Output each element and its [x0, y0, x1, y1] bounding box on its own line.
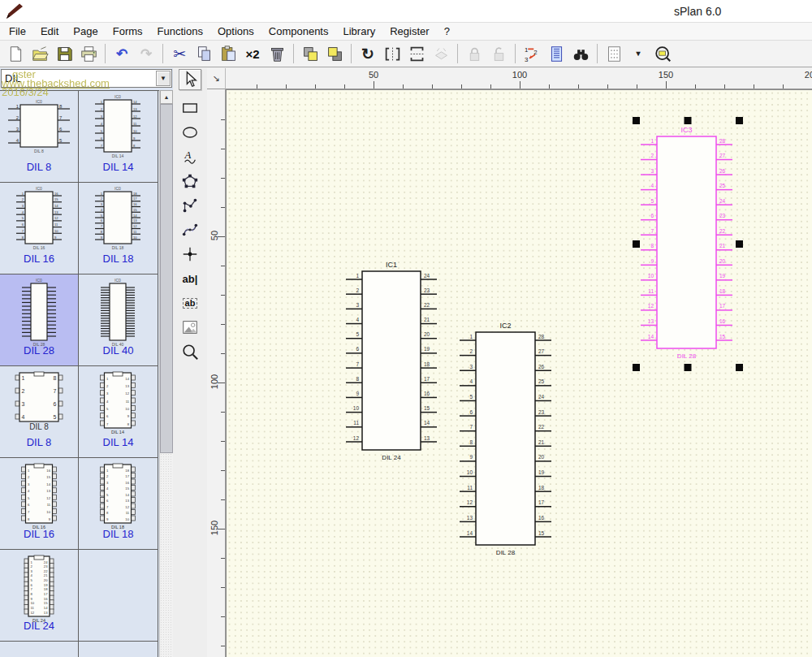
svg-text:15: 15 — [538, 530, 545, 536]
print-button[interactable] — [77, 43, 100, 65]
undo-button[interactable]: ↶ — [110, 43, 133, 65]
auto-numbering-button[interactable]: 123 — [520, 43, 543, 65]
component-library-sidebar: DIL ▼ 18273645IC0DIL 8DIL 81142133124115… — [0, 68, 173, 657]
tool-node-button[interactable] — [179, 244, 201, 265]
svg-text:DIL 28: DIL 28 — [496, 549, 516, 556]
mirror-horizontal-button[interactable] — [381, 43, 404, 65]
svg-text:4: 4 — [22, 210, 24, 214]
menu-item-file[interactable]: File — [2, 24, 33, 39]
svg-text:10: 10 — [125, 407, 129, 411]
library-item-dil-14-symbol[interactable]: 1142133124115106978IC0DIL 14DIL 14 — [79, 91, 158, 183]
tool-image-button[interactable] — [179, 317, 201, 338]
svg-text:21: 21 — [424, 317, 430, 322]
library-cell-empty[interactable] — [79, 550, 158, 642]
schematic-component-ic3[interactable]: 1282273264255246237228219201019111812171… — [633, 117, 743, 371]
duplicate-button[interactable]: ×2 — [241, 43, 264, 65]
menu-item-functions[interactable]: Functions — [150, 24, 210, 39]
component-list-button[interactable] — [545, 43, 568, 65]
menu-item-register[interactable]: Register — [382, 24, 436, 39]
library-item-dil-24-package[interactable]: 124223322421520619718817916101511141213D… — [0, 550, 79, 642]
menu-item-help[interactable]: ? — [437, 24, 457, 39]
horizontal-ruler: 50100150200 — [226, 68, 812, 89]
open-file-button[interactable] — [28, 43, 51, 65]
selection-handle[interactable] — [736, 240, 743, 248]
bring-to-front-button[interactable] — [299, 43, 322, 65]
search-button[interactable] — [569, 43, 592, 65]
svg-text:16: 16 — [46, 469, 50, 473]
library-item-dil-8-package[interactable]: 18273645DIL 8DIL 8 — [0, 366, 79, 458]
library-item-dil-28-symbol[interactable]: IC0DIL 28DIL 28 — [0, 274, 79, 366]
new-file-button[interactable] — [4, 43, 27, 65]
menu-item-components[interactable]: Components — [261, 24, 336, 39]
ruler-tick — [637, 84, 637, 89]
tool-rectangle-button[interactable] — [179, 97, 201, 119]
menu-item-options[interactable]: Options — [210, 24, 261, 39]
ruler-tick — [221, 558, 225, 559]
selection-handle[interactable] — [633, 240, 640, 248]
canvas-svg[interactable]: 124223322421520619718817916101511141213I… — [227, 90, 812, 657]
rotate-button[interactable]: ↻ — [356, 43, 379, 65]
svg-text:1: 1 — [524, 45, 527, 53]
combobox-dropdown-icon[interactable]: ▼ — [156, 71, 171, 86]
send-to-back-button[interactable] — [323, 43, 346, 65]
library-item-dil-18-symbol[interactable]: 118217316415514613712811910IC0DIL 18DIL … — [79, 183, 158, 274]
tool-pointer-button[interactable] — [179, 69, 201, 90]
ruler-tick — [783, 84, 784, 89]
svg-text:10: 10 — [46, 510, 50, 514]
menu-item-page[interactable]: Page — [66, 24, 105, 39]
cut-button[interactable]: ✂ — [168, 43, 191, 65]
svg-text:12: 12 — [133, 224, 137, 228]
library-item-dil-18-package[interactable]: 118217316415514613712811910DIL 18DIL 18 — [79, 458, 158, 550]
svg-text:28: 28 — [719, 138, 726, 144]
paste-button[interactable] — [217, 43, 240, 65]
library-cell-empty[interactable] — [0, 642, 79, 657]
schematic-component-ic2[interactable]: 1282273264255246237228219201019111812171… — [460, 322, 551, 556]
tool-polygon-button[interactable] — [179, 171, 201, 192]
zoom-page-button[interactable] — [651, 43, 674, 65]
scrollbar-up-icon[interactable]: ▲ — [160, 90, 173, 104]
library-item-dil-40-symbol[interactable]: IC0DIL 40DIL 40 — [79, 274, 158, 366]
tool-polyline-button[interactable] — [179, 195, 201, 216]
tool-text-button[interactable]: ab| — [179, 268, 201, 289]
library-item-dil-16-package[interactable]: 11621531441351261171089DIL 16DIL 16 — [0, 458, 79, 550]
selection-handle[interactable] — [736, 364, 743, 371]
tool-ellipse-button[interactable] — [179, 122, 201, 143]
library-cell-empty[interactable] — [79, 642, 158, 657]
svg-text:13: 13 — [54, 210, 58, 214]
library-scrollbar[interactable]: ▲ — [159, 90, 173, 657]
tool-zoom-button[interactable] — [179, 341, 201, 362]
grid-settings-button[interactable] — [603, 43, 625, 65]
selection-handle[interactable] — [633, 364, 640, 371]
selection-handle[interactable] — [685, 117, 692, 124]
library-item-dil-8-symbol[interactable]: 18273645IC0DIL 8DIL 8 — [0, 91, 79, 183]
svg-text:26: 26 — [719, 168, 726, 174]
menu-item-forms[interactable]: Forms — [106, 24, 150, 39]
delete-button[interactable] — [266, 43, 288, 65]
svg-text:21: 21 — [538, 439, 545, 445]
save-button[interactable] — [53, 43, 76, 65]
selection-handle[interactable] — [633, 117, 640, 124]
svg-text:15: 15 — [44, 601, 48, 605]
scrollbar-thumb[interactable] — [160, 104, 173, 453]
schematic-component-ic1[interactable]: 124223322421520619718817916101511141213I… — [346, 261, 437, 461]
tool-special-form-button[interactable]: A — [179, 146, 201, 167]
menu-item-edit[interactable]: Edit — [33, 24, 66, 39]
grid-dropdown-button[interactable]: ▾ — [627, 43, 650, 65]
schematic-canvas[interactable]: 124223322421520619718817916101511141213I… — [226, 89, 812, 657]
library-item-dil-16-symbol[interactable]: 11621531441351261171089IC0DIL 16DIL 16 — [0, 183, 79, 274]
library-item-label: DIL 14 — [79, 161, 158, 173]
ruler-tick — [695, 84, 696, 89]
mirror-vertical-button[interactable] — [405, 43, 428, 65]
menu-item-library[interactable]: Library — [335, 24, 382, 39]
svg-text:20: 20 — [44, 578, 48, 582]
selection-handle[interactable] — [685, 364, 692, 371]
library-filter-combobox[interactable]: DIL ▼ — [1, 69, 172, 88]
svg-text:12: 12 — [125, 391, 129, 395]
svg-text:13: 13 — [44, 611, 48, 615]
tool-text-box-button[interactable]: ab — [179, 292, 201, 313]
tool-bezier-button[interactable] — [179, 219, 201, 240]
library-item-dil-14-package[interactable]: 1142133124115106978DIL 14DIL 14 — [79, 366, 158, 458]
copy-button[interactable] — [192, 43, 215, 65]
selection-handle[interactable] — [736, 117, 743, 124]
svg-text:1: 1 — [469, 334, 473, 339]
